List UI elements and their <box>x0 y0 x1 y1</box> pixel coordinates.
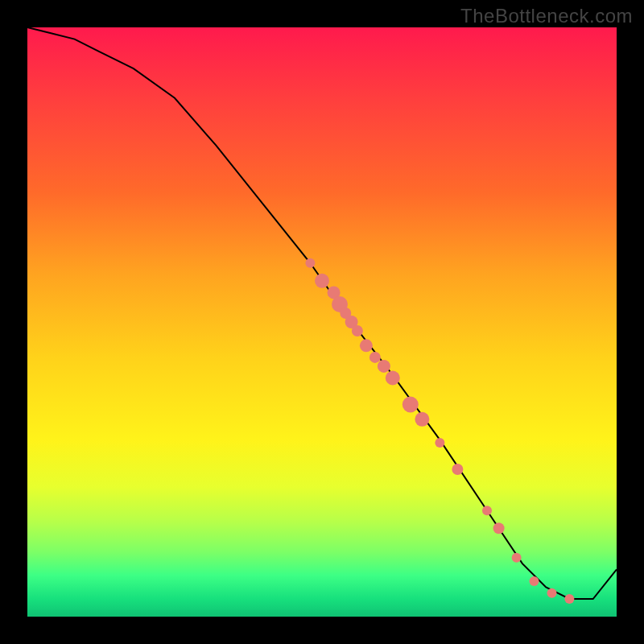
scatter-dot <box>564 594 574 604</box>
scatter-dot <box>360 339 373 352</box>
scatter-dot <box>435 438 444 448</box>
scatter-dot <box>386 371 400 386</box>
chart-svg <box>27 27 617 617</box>
scatter-dot <box>305 258 315 268</box>
scatter-dot <box>530 576 539 586</box>
scatter-dot <box>378 360 390 373</box>
scatter-dot <box>402 397 419 413</box>
plot-area <box>27 27 617 617</box>
bottleneck-curve <box>27 27 617 599</box>
scatter-group <box>305 258 574 604</box>
scatter-dot <box>352 325 363 336</box>
scatter-dot <box>369 352 381 363</box>
scatter-dot <box>452 464 463 475</box>
scatter-dot <box>482 506 492 515</box>
scatter-dot <box>315 274 329 288</box>
scatter-dot <box>415 412 429 427</box>
scatter-dot <box>493 522 505 534</box>
scatter-dot <box>512 553 522 563</box>
chart-frame: TheBottleneck.com <box>0 0 644 644</box>
watermark-text: TheBottleneck.com <box>460 5 633 27</box>
scatter-dot <box>547 588 557 598</box>
